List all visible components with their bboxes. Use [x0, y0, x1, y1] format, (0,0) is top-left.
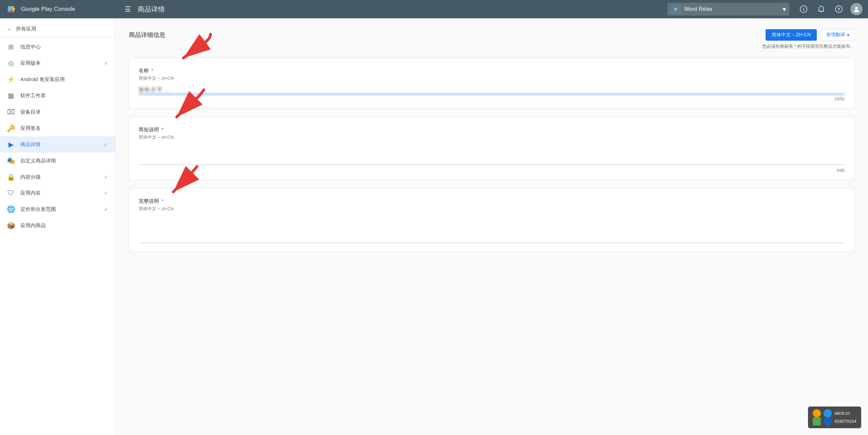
manage-translate-button[interactable]: 管理翻译 ▾	[821, 29, 854, 41]
sidebar-label-android-instant: Android 免安装应用	[20, 76, 108, 83]
dropdown-arrow-icon: ▾	[847, 32, 849, 38]
section-header: 商品详细信息 简体中文 – ZH-CN 管理翻译 ▾	[129, 29, 854, 41]
android-instant-icon: ⚡	[7, 75, 15, 83]
lang-button[interactable]: 简体中文 – ZH-CN	[766, 29, 817, 41]
header-icons: i ?	[797, 3, 863, 15]
short-desc-field-section: 简短说明 * 简体中文 – zh-CN 0/80	[129, 117, 854, 180]
manage-translate-label: 管理翻译	[826, 32, 845, 38]
user-avatar[interactable]	[850, 3, 863, 15]
shield-icon: 🛡	[7, 189, 15, 197]
header-title-section: ☰ 商品详情 W Word Relax ▾	[125, 3, 793, 16]
full-desc-label: 完整说明 *	[139, 198, 845, 204]
full-desc-input[interactable]	[139, 216, 845, 243]
question-mark-icon: ?	[835, 5, 843, 13]
section-title: 商品详细信息	[129, 31, 165, 39]
sidebar-item-android-instant[interactable]: ⚡ Android 免安装应用	[0, 71, 115, 87]
info-circle-icon: i	[800, 5, 807, 13]
app-name: Word Relax	[684, 6, 779, 12]
wm-icon4	[824, 417, 832, 426]
svg-point-7	[855, 7, 858, 9]
bell-icon	[817, 5, 825, 13]
watermark-row1: a8c8.cn	[813, 409, 856, 417]
dashboard-icon: ⊞	[7, 43, 15, 51]
software-lib-icon: ▦	[7, 92, 15, 100]
sidebar-item-product-detail[interactable]: ▶ 商品详情 ✓	[0, 136, 115, 153]
watermark-row2: 416070154	[813, 417, 856, 426]
name-field-section: 名称 * 简体中文 – zh-CN 10/50	[129, 58, 854, 108]
sidebar-item-device-catalog[interactable]: ⌧ 设备目录	[0, 104, 115, 120]
svg-text:i: i	[803, 7, 804, 12]
sidebar: ← 所有应用 ⊞ 信息中心 ◎ 应用版本 ✓ ⚡ Android 免安装应用 ▦…	[0, 18, 115, 435]
product-detail-icon: ▶	[7, 140, 15, 149]
short-desc-input[interactable]	[139, 144, 845, 165]
key-icon: 🔑	[7, 124, 15, 132]
help-button[interactable]: ?	[833, 3, 845, 15]
device-catalog-icon: ⌧	[7, 108, 15, 116]
watermark-text1: a8c8.cn	[834, 409, 850, 417]
main-content: 商品详细信息 简体中文 – ZH-CN 管理翻译 ▾ 您必须先将标有 * 的字段…	[115, 18, 868, 435]
lock-icon: 🔒	[7, 173, 15, 181]
page-title: 商品详情	[138, 5, 165, 14]
name-asterisk: *	[151, 67, 153, 73]
menu-icon[interactable]: ☰	[125, 5, 131, 13]
sidebar-item-info-center[interactable]: ⊞ 信息中心	[0, 39, 115, 55]
top-header: Google Play Console ☰ 商品详情 W Word Relax …	[0, 0, 868, 18]
sidebar-label-device-catalog: 设备目录	[20, 109, 108, 115]
section-actions: 简体中文 – ZH-CN 管理翻译 ▾	[766, 29, 854, 41]
sidebar-label-product-detail: 商品详情	[20, 141, 98, 148]
avatar-icon	[853, 5, 860, 13]
globe-icon: 🌐	[7, 205, 15, 213]
sidebar-item-app-products[interactable]: 📦 应用内商品	[0, 217, 115, 234]
sidebar-label-info-center: 信息中心	[20, 44, 108, 50]
header-logo: Google Play Console	[5, 3, 121, 15]
svg-text:W: W	[674, 7, 677, 11]
name-field-sublabel: 简体中文 – zh-CN	[139, 75, 845, 81]
custom-detail-icon: 🎭	[7, 157, 15, 165]
sidebar-label-custom-detail: 自定义商品详情	[20, 158, 108, 164]
wm-icon1	[813, 409, 821, 417]
sidebar-label-app-version: 应用版本	[20, 60, 98, 66]
sidebar-label-pricing: 定价和分发范围	[20, 206, 98, 213]
app-selector[interactable]: W Word Relax ▾	[667, 3, 789, 16]
name-counter: 10/50	[139, 97, 845, 101]
sidebar-label-app-content: 应用内容	[20, 190, 98, 196]
notification-button[interactable]	[815, 3, 827, 15]
full-desc-asterisk: *	[161, 198, 163, 204]
app-thumbnail-icon: W	[672, 6, 679, 13]
back-arrow-icon: ←	[7, 26, 12, 32]
sidebar-item-app-content[interactable]: 🛡 应用内容 ✓	[0, 185, 115, 201]
back-label: 所有应用	[16, 26, 36, 32]
sidebar-label-software-lib: 软件工件库	[20, 93, 108, 99]
app-version-icon: ◎	[7, 59, 15, 67]
sidebar-item-pricing[interactable]: 🌐 定价和分发范围 ✓	[0, 201, 115, 217]
google-play-logo-icon	[5, 3, 18, 15]
wm-icon3	[813, 417, 821, 426]
full-desc-field-section: 完整说明 * 简体中文 – zh-CN	[129, 188, 854, 252]
short-desc-counter: 0/80	[139, 168, 845, 173]
check-icon-content-rating: ✓	[104, 174, 108, 180]
name-input[interactable]	[139, 85, 845, 95]
name-field-label: 名称 *	[139, 67, 845, 74]
dropdown-chevron-icon[interactable]: ▾	[783, 5, 786, 13]
check-icon-product-detail: ✓	[104, 141, 108, 148]
required-notice: 您必须先将标有 * 的字段填写完整后才能发布。	[129, 43, 854, 50]
back-to-all-apps[interactable]: ← 所有应用	[0, 21, 115, 37]
sidebar-item-custom-detail[interactable]: 🎭 自定义商品详情	[0, 153, 115, 169]
sidebar-item-app-version[interactable]: ◎ 应用版本 ✓	[0, 55, 115, 71]
watermark-text2: 416070154	[834, 417, 856, 425]
sidebar-item-software-lib[interactable]: ▦ 软件工件库	[0, 87, 115, 104]
sidebar-label-app-products: 应用内商品	[20, 222, 108, 229]
sidebar-item-content-rating[interactable]: 🔒 内容分级 ✓	[0, 169, 115, 185]
short-desc-label: 简短说明 *	[139, 126, 845, 133]
products-icon: 📦	[7, 221, 15, 230]
check-icon-pricing: ✓	[104, 206, 108, 213]
check-icon-app-content: ✓	[104, 190, 108, 196]
info-button[interactable]: i	[797, 3, 810, 15]
asterisk-notice: *	[794, 44, 796, 49]
sidebar-label-app-sign: 应用签名	[20, 125, 108, 132]
sidebar-item-app-sign[interactable]: 🔑 应用签名	[0, 120, 115, 136]
logo-text: Google Play Console	[21, 6, 75, 13]
sidebar-label-content-rating: 内容分级	[20, 174, 98, 180]
svg-text:?: ?	[837, 7, 840, 12]
watermark: a8c8.cn 416070154	[808, 407, 861, 428]
